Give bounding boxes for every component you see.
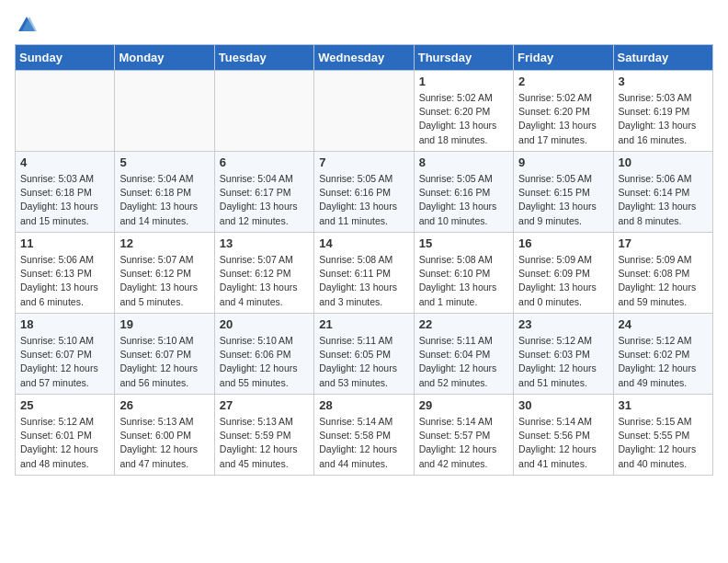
calendar-cell: 20Sunrise: 5:10 AMSunset: 6:06 PMDayligh…: [214, 314, 313, 395]
calendar-week-row: 25Sunrise: 5:12 AMSunset: 6:01 PMDayligh…: [16, 395, 713, 476]
day-number: 9: [518, 155, 608, 169]
day-number: 28: [319, 398, 408, 412]
calendar-cell: 30Sunrise: 5:14 AMSunset: 5:56 PMDayligh…: [514, 395, 613, 476]
day-info: Sunrise: 5:09 AMSunset: 6:09 PMDaylight:…: [518, 253, 608, 309]
calendar-week-row: 11Sunrise: 5:06 AMSunset: 6:13 PMDayligh…: [16, 233, 713, 314]
day-info: Sunrise: 5:03 AMSunset: 6:18 PMDaylight:…: [20, 172, 109, 228]
calendar-cell: 15Sunrise: 5:08 AMSunset: 6:10 PMDayligh…: [414, 233, 513, 314]
calendar-cell: 10Sunrise: 5:06 AMSunset: 6:14 PMDayligh…: [613, 152, 712, 233]
calendar-cell: [314, 71, 414, 152]
calendar-cell: 18Sunrise: 5:10 AMSunset: 6:07 PMDayligh…: [16, 314, 115, 395]
day-number: 16: [518, 236, 608, 250]
day-number: 5: [119, 155, 209, 169]
day-number: 18: [20, 317, 109, 331]
calendar-cell: 8Sunrise: 5:05 AMSunset: 6:16 PMDaylight…: [414, 152, 513, 233]
day-number: 4: [20, 155, 109, 169]
calendar-cell: 3Sunrise: 5:03 AMSunset: 6:19 PMDaylight…: [613, 71, 712, 152]
calendar-cell: 1Sunrise: 5:02 AMSunset: 6:20 PMDaylight…: [414, 71, 513, 152]
day-number: 14: [319, 236, 408, 250]
day-info: Sunrise: 5:13 AMSunset: 5:59 PMDaylight:…: [220, 415, 309, 471]
logo-icon: [17, 15, 37, 35]
day-number: 26: [119, 398, 209, 412]
day-info: Sunrise: 5:12 AMSunset: 6:01 PMDaylight:…: [20, 415, 109, 471]
day-number: 3: [619, 75, 708, 88]
calendar-cell: 16Sunrise: 5:09 AMSunset: 6:09 PMDayligh…: [514, 233, 613, 314]
calendar-cell: 21Sunrise: 5:11 AMSunset: 6:05 PMDayligh…: [314, 314, 414, 395]
calendar-week-row: 1Sunrise: 5:02 AMSunset: 6:20 PMDaylight…: [16, 71, 713, 152]
day-number: 27: [220, 398, 309, 412]
day-number: 20: [220, 317, 309, 331]
calendar-cell: 27Sunrise: 5:13 AMSunset: 5:59 PMDayligh…: [214, 395, 313, 476]
calendar-cell: 9Sunrise: 5:05 AMSunset: 6:15 PMDaylight…: [514, 152, 613, 233]
calendar-cell: 26Sunrise: 5:13 AMSunset: 6:00 PMDayligh…: [115, 395, 214, 476]
weekday-header-thursday: Thursday: [414, 45, 513, 71]
calendar-cell: 4Sunrise: 5:03 AMSunset: 6:18 PMDaylight…: [16, 152, 115, 233]
day-info: Sunrise: 5:09 AMSunset: 6:08 PMDaylight:…: [619, 253, 708, 309]
day-number: 21: [319, 317, 408, 331]
day-info: Sunrise: 5:04 AMSunset: 6:17 PMDaylight:…: [220, 172, 309, 228]
day-number: 22: [419, 317, 508, 331]
calendar-cell: 28Sunrise: 5:14 AMSunset: 5:58 PMDayligh…: [314, 395, 414, 476]
calendar-cell: 31Sunrise: 5:15 AMSunset: 5:55 PMDayligh…: [613, 395, 712, 476]
day-number: 30: [518, 398, 608, 412]
day-info: Sunrise: 5:15 AMSunset: 5:55 PMDaylight:…: [619, 415, 708, 471]
day-info: Sunrise: 5:05 AMSunset: 6:16 PMDaylight:…: [319, 172, 408, 228]
day-info: Sunrise: 5:11 AMSunset: 6:05 PMDaylight:…: [319, 334, 408, 390]
weekday-header-row: SundayMondayTuesdayWednesdayThursdayFrid…: [16, 45, 713, 71]
weekday-header-monday: Monday: [115, 45, 214, 71]
calendar-cell: 12Sunrise: 5:07 AMSunset: 6:12 PMDayligh…: [115, 233, 214, 314]
calendar-cell: 11Sunrise: 5:06 AMSunset: 6:13 PMDayligh…: [16, 233, 115, 314]
calendar-table: SundayMondayTuesdayWednesdayThursdayFrid…: [15, 44, 713, 476]
calendar-cell: 2Sunrise: 5:02 AMSunset: 6:20 PMDaylight…: [514, 71, 613, 152]
day-info: Sunrise: 5:10 AMSunset: 6:07 PMDaylight:…: [20, 334, 109, 390]
day-number: 1: [419, 75, 508, 88]
calendar-week-row: 4Sunrise: 5:03 AMSunset: 6:18 PMDaylight…: [16, 152, 713, 233]
calendar-cell: 13Sunrise: 5:07 AMSunset: 6:12 PMDayligh…: [214, 233, 313, 314]
day-info: Sunrise: 5:05 AMSunset: 6:16 PMDaylight:…: [419, 172, 508, 228]
weekday-header-sunday: Sunday: [16, 45, 115, 71]
day-info: Sunrise: 5:07 AMSunset: 6:12 PMDaylight:…: [220, 253, 309, 309]
day-info: Sunrise: 5:08 AMSunset: 6:11 PMDaylight:…: [319, 253, 408, 309]
day-info: Sunrise: 5:11 AMSunset: 6:04 PMDaylight:…: [419, 334, 508, 390]
day-number: 2: [518, 75, 608, 88]
weekday-header-saturday: Saturday: [613, 45, 712, 71]
day-info: Sunrise: 5:13 AMSunset: 6:00 PMDaylight:…: [119, 415, 209, 471]
calendar-cell: 6Sunrise: 5:04 AMSunset: 6:17 PMDaylight…: [214, 152, 313, 233]
logo: [15, 15, 37, 35]
calendar-cell: 19Sunrise: 5:10 AMSunset: 6:07 PMDayligh…: [115, 314, 214, 395]
day-info: Sunrise: 5:08 AMSunset: 6:10 PMDaylight:…: [419, 253, 508, 309]
day-number: 29: [419, 398, 508, 412]
day-number: 7: [319, 155, 408, 169]
calendar-cell: 29Sunrise: 5:14 AMSunset: 5:57 PMDayligh…: [414, 395, 513, 476]
day-info: Sunrise: 5:02 AMSunset: 6:20 PMDaylight:…: [518, 91, 608, 147]
page-header: [15, 15, 713, 35]
calendar-cell: 5Sunrise: 5:04 AMSunset: 6:18 PMDaylight…: [115, 152, 214, 233]
day-number: 25: [20, 398, 109, 412]
day-info: Sunrise: 5:12 AMSunset: 6:03 PMDaylight:…: [518, 334, 608, 390]
day-info: Sunrise: 5:03 AMSunset: 6:19 PMDaylight:…: [619, 91, 708, 147]
day-number: 19: [119, 317, 209, 331]
day-number: 11: [20, 236, 109, 250]
day-info: Sunrise: 5:10 AMSunset: 6:06 PMDaylight:…: [220, 334, 309, 390]
day-info: Sunrise: 5:06 AMSunset: 6:13 PMDaylight:…: [20, 253, 109, 309]
calendar-cell: 25Sunrise: 5:12 AMSunset: 6:01 PMDayligh…: [16, 395, 115, 476]
day-info: Sunrise: 5:14 AMSunset: 5:57 PMDaylight:…: [419, 415, 508, 471]
calendar-cell: 23Sunrise: 5:12 AMSunset: 6:03 PMDayligh…: [514, 314, 613, 395]
day-info: Sunrise: 5:04 AMSunset: 6:18 PMDaylight:…: [119, 172, 209, 228]
calendar-cell: 7Sunrise: 5:05 AMSunset: 6:16 PMDaylight…: [314, 152, 414, 233]
calendar-cell: 14Sunrise: 5:08 AMSunset: 6:11 PMDayligh…: [314, 233, 414, 314]
day-number: 10: [619, 155, 708, 169]
weekday-header-tuesday: Tuesday: [214, 45, 313, 71]
day-info: Sunrise: 5:07 AMSunset: 6:12 PMDaylight:…: [119, 253, 209, 309]
day-info: Sunrise: 5:12 AMSunset: 6:02 PMDaylight:…: [619, 334, 708, 390]
day-number: 12: [119, 236, 209, 250]
calendar-cell: [115, 71, 214, 152]
day-number: 6: [220, 155, 309, 169]
day-number: 8: [419, 155, 508, 169]
day-number: 17: [619, 236, 708, 250]
calendar-cell: 22Sunrise: 5:11 AMSunset: 6:04 PMDayligh…: [414, 314, 513, 395]
calendar-cell: 17Sunrise: 5:09 AMSunset: 6:08 PMDayligh…: [613, 233, 712, 314]
day-info: Sunrise: 5:14 AMSunset: 5:58 PMDaylight:…: [319, 415, 408, 471]
day-info: Sunrise: 5:10 AMSunset: 6:07 PMDaylight:…: [119, 334, 209, 390]
calendar-week-row: 18Sunrise: 5:10 AMSunset: 6:07 PMDayligh…: [16, 314, 713, 395]
